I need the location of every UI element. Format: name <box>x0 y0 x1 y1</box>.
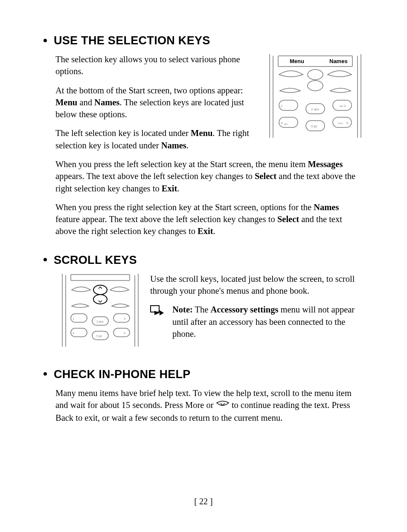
svg-text:4: 4 <box>281 121 283 125</box>
section-check-in-phone-help: • CHECK IN-PHONE HELP Many menu items ha… <box>55 368 364 424</box>
note-arrow-icon <box>150 305 165 318</box>
svg-text:3: 3 <box>124 317 125 320</box>
phone-scroll-figure: 1 2 abc 3 4 5 jkl 6 <box>60 273 141 347</box>
heading-scroll-keys: SCROLL KEYS <box>54 254 137 267</box>
heading-row: • USE THE SELECTION KEYS <box>55 34 364 47</box>
svg-text:mno: mno <box>338 122 343 124</box>
para-help: Many menu items have brief help text. To… <box>55 387 364 424</box>
svg-rect-31 <box>113 314 130 322</box>
para-5: When you press the right selection key a… <box>55 201 364 237</box>
svg-marker-43 <box>160 310 164 315</box>
section-use-selection-keys: • USE THE SELECTION KEYS <box>55 34 364 237</box>
bullet-icon: • <box>43 35 48 47</box>
phone-keypad-figure: Menu Names 1 2 abc 3 def 4 ghi 5 jkl 6 m… <box>266 53 364 139</box>
bullet-icon: • <box>43 368 48 380</box>
heading-row: • SCROLL KEYS <box>55 254 364 267</box>
svg-text:1: 1 <box>281 104 283 108</box>
fig-menu-label: Menu <box>290 58 304 64</box>
svg-text:def: def <box>340 105 343 107</box>
para-4: When you press the left selection key at… <box>55 158 364 194</box>
svg-text:5 jkl: 5 jkl <box>311 124 317 128</box>
note-text: Note: The Accessory settings menu will n… <box>172 304 364 340</box>
svg-text:4: 4 <box>73 332 74 335</box>
section-scroll-keys: • SCROLL KEYS <box>55 254 364 352</box>
svg-text:6: 6 <box>124 332 125 335</box>
svg-text:2 abc: 2 abc <box>96 320 104 323</box>
note-block: Note: The Accessory settings menu will n… <box>150 304 364 340</box>
svg-point-6 <box>308 81 323 91</box>
page-number: [ 22 ] <box>0 497 407 506</box>
svg-text:3: 3 <box>344 104 346 108</box>
heading-row: • CHECK IN-PHONE HELP <box>55 368 364 381</box>
heading-use-selection-keys: USE THE SELECTION KEYS <box>54 34 210 47</box>
svg-text:5 jkl: 5 jkl <box>96 335 102 338</box>
svg-rect-26 <box>71 275 130 280</box>
svg-rect-34 <box>113 328 130 337</box>
bullet-icon: • <box>43 254 48 266</box>
svg-text:1: 1 <box>73 317 74 320</box>
scroll-down-key-icon <box>216 399 230 411</box>
svg-text:6: 6 <box>346 121 349 125</box>
heading-check-in-phone-help: CHECK IN-PHONE HELP <box>54 368 191 381</box>
svg-point-5 <box>308 69 323 80</box>
svg-text:2 abc: 2 abc <box>311 107 320 111</box>
fig-names-label: Names <box>329 58 348 64</box>
svg-text:ghi: ghi <box>284 123 288 125</box>
